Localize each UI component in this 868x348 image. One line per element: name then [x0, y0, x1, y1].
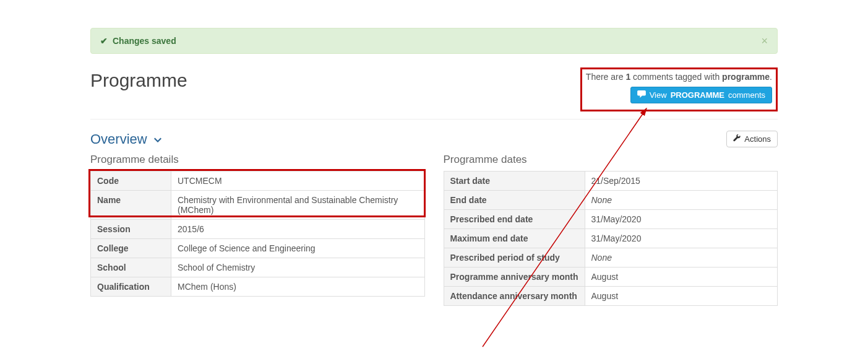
view-btn-bold: PROGRAMME	[671, 90, 724, 100]
dates-table: Start date21/Sep/2015End dateNonePrescri…	[444, 171, 778, 306]
row-value: August	[585, 268, 778, 287]
actions-label: Actions	[744, 134, 771, 144]
speech-bubble-icon	[637, 90, 646, 100]
row-label: Name	[91, 191, 171, 220]
row-label: Programme anniversary month	[444, 268, 585, 287]
row-value: None	[585, 248, 778, 268]
table-row: Session2015/6	[91, 220, 425, 239]
view-btn-prefix: View	[650, 90, 667, 100]
table-row: SchoolSchool of Chemistry	[91, 258, 425, 277]
details-title: Programme details	[90, 154, 425, 166]
table-row: QualificationMChem (Hons)	[91, 277, 425, 297]
row-value: MChem (Hons)	[171, 277, 425, 297]
row-label: Prescribed end date	[444, 210, 585, 229]
table-row: End dateNone	[444, 191, 778, 210]
row-value: School of Chemistry	[171, 258, 425, 277]
row-label: Maximum end date	[444, 229, 585, 248]
table-row: CollegeCollege of Science and Engineerin…	[91, 239, 425, 258]
table-row: Prescribed end date31/May/2020	[444, 210, 778, 229]
row-value: None	[585, 191, 778, 210]
dates-title: Programme dates	[444, 154, 778, 166]
comments-tag: programme	[722, 72, 770, 82]
row-value: 2015/6	[171, 220, 425, 239]
table-row: Attendance anniversary monthAugust	[444, 287, 778, 306]
wrench-icon	[733, 134, 741, 144]
page-title: Programme	[90, 70, 187, 91]
check-icon: ✔	[100, 36, 108, 46]
overview-label: Overview	[90, 131, 147, 147]
chevron-down-icon	[153, 131, 162, 147]
details-table: CodeUTCMECMNameChemistry with Environmen…	[90, 171, 425, 297]
comments-summary-box: There are 1 comments tagged with program…	[580, 67, 778, 111]
comments-summary-text: There are 1 comments tagged with program…	[586, 72, 772, 82]
view-btn-suffix: comments	[728, 90, 765, 100]
overview-toggle[interactable]: Overview	[90, 131, 162, 147]
row-label: Attendance anniversary month	[444, 287, 585, 306]
row-label: Start date	[444, 172, 585, 191]
table-row: Programme anniversary monthAugust	[444, 268, 778, 287]
row-value: 31/May/2020	[585, 210, 778, 229]
comments-suffix: .	[770, 72, 772, 82]
programme-details-col: Programme details CodeUTCMECMNameChemist…	[90, 154, 425, 306]
overview-row: Overview Actions	[90, 131, 778, 147]
table-row: Start date21/Sep/2015	[444, 172, 778, 191]
row-value: 31/May/2020	[585, 229, 778, 248]
page-header: Programme There are 1 comments tagged wi…	[90, 67, 778, 120]
actions-button[interactable]: Actions	[726, 131, 778, 147]
alert-success: ✔ Changes saved ×	[90, 28, 778, 54]
row-label: College	[91, 239, 171, 258]
row-label: End date	[444, 191, 585, 210]
row-value: August	[585, 287, 778, 306]
table-row: Prescribed period of studyNone	[444, 248, 778, 268]
comments-mid: comments tagged with	[630, 72, 722, 82]
programme-dates-col: Programme dates Start date21/Sep/2015End…	[444, 154, 778, 306]
alert-message: Changes saved	[113, 36, 176, 46]
row-label: Session	[91, 220, 171, 239]
columns: Programme details CodeUTCMECMNameChemist…	[90, 154, 778, 306]
row-label: School	[91, 258, 171, 277]
table-row: Maximum end date31/May/2020	[444, 229, 778, 248]
comments-prefix: There are	[586, 72, 626, 82]
view-comments-button[interactable]: View PROGRAMME comments	[630, 87, 772, 103]
row-label: Qualification	[91, 277, 171, 297]
table-row: CodeUTCMECM	[91, 172, 425, 191]
row-value: UTCMECM	[171, 172, 425, 191]
row-value: 21/Sep/2015	[585, 172, 778, 191]
row-value: College of Science and Engineering	[171, 239, 425, 258]
table-row: NameChemistry with Environmental and Sus…	[91, 191, 425, 220]
alert-close-button[interactable]: ×	[761, 35, 768, 48]
row-label: Code	[91, 172, 171, 191]
row-label: Prescribed period of study	[444, 248, 585, 268]
row-value: Chemistry with Environmental and Sustain…	[171, 191, 425, 220]
